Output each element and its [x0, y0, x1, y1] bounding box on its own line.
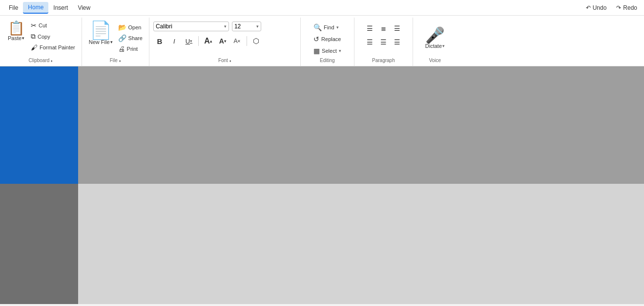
sidebar-panel-gray: [0, 184, 78, 304]
undo-button[interactable]: ↶ Undo: [583, 3, 610, 13]
multilevel-button[interactable]: ☰: [391, 36, 403, 48]
dictate-button[interactable]: 🎤 Dictate ▾: [421, 25, 449, 51]
cut-button[interactable]: ✂ Cut: [28, 21, 78, 30]
find-arrow: ▾: [336, 25, 339, 30]
font-size-value: 12: [234, 23, 241, 30]
clipboard-expand-icon[interactable]: ⬧: [50, 58, 53, 63]
dictate-arrow: ▾: [442, 44, 445, 48]
file-group-content: 📄 New File ▾ 📂 Open 🔗 Share 🖨 Pr: [86, 20, 145, 57]
clipboard-group-content: 📋 Paste ▾ ✂ Cut ⧉ Copy 🖌 Format Pa: [4, 20, 78, 57]
bullets-button[interactable]: ☰: [363, 36, 376, 48]
replace-button[interactable]: ↺ Replace: [311, 34, 344, 44]
select-button[interactable]: ▦ Select ▾: [311, 46, 344, 56]
voice-group-label: Voice: [417, 57, 453, 64]
print-icon: 🖨: [118, 45, 125, 53]
file-group-label: File ⬧: [86, 57, 145, 64]
content-area: [0, 66, 644, 304]
file-side: 📂 Open 🔗 Share 🖨 Print: [116, 20, 145, 57]
find-label: Find: [324, 24, 334, 30]
underline-button[interactable]: U ▾: [183, 35, 195, 47]
format-painter-label: Format Painter: [40, 44, 75, 50]
clipboard-group: 📋 Paste ▾ ✂ Cut ⧉ Copy 🖌 Format Pa: [0, 18, 82, 66]
redo-label: Redo: [623, 4, 637, 11]
menu-view[interactable]: View: [73, 2, 95, 13]
menu-insert[interactable]: Insert: [48, 2, 73, 13]
font-name-select[interactable]: Calibri ▾: [153, 22, 229, 31]
copy-button[interactable]: ⧉ Copy: [28, 31, 78, 42]
open-button[interactable]: 📂 Open: [116, 22, 145, 32]
shrink-font-button[interactable]: A▾: [216, 35, 229, 47]
paste-label: Paste ▾: [8, 35, 24, 41]
voice-group: 🎤 Dictate ▾ Voice: [413, 18, 457, 66]
sidebar-panel-blue: [0, 66, 78, 184]
menu-bar: File Home Insert View ↶ Undo ↷ Redo: [0, 0, 644, 16]
paragraph-group: ☰ ≣ ☰ ☰ ☰ ☰ Paragraph: [354, 18, 413, 66]
new-file-icon: 📄: [90, 22, 112, 39]
font-group-top: Calibri ▾ 12 ▾: [153, 22, 296, 31]
editing-group: 🔍 Find ▾ ↺ Replace ▦ Select ▾ Editing: [301, 18, 354, 66]
share-icon: 🔗: [118, 34, 126, 42]
share-button[interactable]: 🔗 Share: [116, 33, 145, 43]
menu-right: ↶ Undo ↷ Redo: [583, 3, 640, 13]
print-label: Print: [127, 46, 138, 52]
font-expand-icon[interactable]: ⬧: [229, 58, 231, 63]
cut-label: Cut: [39, 22, 47, 28]
font-size-select[interactable]: 12 ▾: [232, 22, 261, 31]
align-right-button[interactable]: ☰: [391, 22, 403, 34]
print-button[interactable]: 🖨 Print: [116, 44, 145, 54]
paragraph-list-row: ☰ ☰ ☰: [363, 36, 403, 48]
new-file-dropdown-arrow: ▾: [110, 40, 113, 44]
numbering-button[interactable]: ☰: [377, 36, 390, 48]
clipboard-group-label: Clipboard ⬧: [4, 57, 78, 64]
main-panel-light: [78, 184, 644, 304]
paragraph-group-label: Paragraph: [358, 57, 409, 64]
menu-file[interactable]: File: [4, 2, 23, 13]
content-row-top: [0, 66, 644, 184]
file-expand-icon[interactable]: ⬧: [119, 58, 121, 63]
editing-content: 🔍 Find ▾ ↺ Replace ▦ Select ▾: [311, 20, 344, 57]
menu-home[interactable]: Home: [23, 2, 48, 14]
italic-button[interactable]: I: [168, 35, 181, 47]
format-painter-icon: 🖌: [31, 44, 38, 51]
select-icon: ▦: [313, 47, 320, 55]
new-file-label: New File ▾: [89, 39, 113, 45]
font-group-bottom: B I U ▾ A▴ A▾ A✕ ⬡: [153, 35, 296, 47]
select-arrow: ▾: [339, 48, 341, 53]
underline-arrow: ▾: [190, 39, 192, 44]
clear-format-button[interactable]: A✕: [231, 35, 244, 47]
find-button[interactable]: 🔍 Find ▾: [311, 22, 344, 32]
open-label: Open: [128, 24, 142, 30]
font-size-arrow: ▾: [256, 24, 259, 29]
dictate-label: Dictate ▾: [425, 43, 445, 49]
highlight-button[interactable]: ⬡: [250, 35, 263, 47]
font-separator-1: [198, 36, 199, 46]
paste-button[interactable]: 📋 Paste ▾: [4, 20, 28, 57]
format-painter-button[interactable]: 🖌 Format Painter: [28, 43, 78, 52]
align-left-button[interactable]: ☰: [363, 22, 376, 34]
dictate-icon: 🎤: [425, 27, 445, 43]
undo-icon: ↶: [586, 4, 591, 11]
bold-button[interactable]: B: [153, 35, 166, 47]
redo-icon: ↷: [616, 4, 621, 11]
grow-font-button[interactable]: A▴: [202, 35, 214, 47]
find-icon: 🔍: [313, 23, 322, 31]
paste-dropdown-arrow: ▾: [22, 36, 24, 41]
replace-label: Replace: [321, 36, 341, 42]
content-row-bottom: [0, 184, 644, 304]
font-separator-2: [247, 36, 247, 46]
file-group: 📄 New File ▾ 📂 Open 🔗 Share 🖨 Pr: [82, 18, 149, 66]
open-icon: 📂: [118, 23, 126, 31]
copy-label: Copy: [38, 34, 50, 40]
redo-button[interactable]: ↷ Redo: [613, 3, 640, 13]
new-file-button[interactable]: 📄 New File ▾: [86, 20, 116, 47]
align-center-button[interactable]: ≣: [378, 22, 389, 34]
font-group: Calibri ▾ 12 ▾ B I U ▾ A▴ A▾ A✕: [149, 18, 301, 66]
replace-icon: ↺: [313, 35, 319, 43]
select-label: Select: [322, 48, 337, 54]
cut-icon: ✂: [31, 22, 37, 29]
main-panel-gray-top: [78, 66, 644, 184]
editing-group-label: Editing: [305, 57, 350, 64]
paste-icon: 📋: [8, 22, 25, 35]
undo-label: Undo: [593, 4, 607, 11]
font-group-label: Font ⬧: [153, 57, 296, 64]
